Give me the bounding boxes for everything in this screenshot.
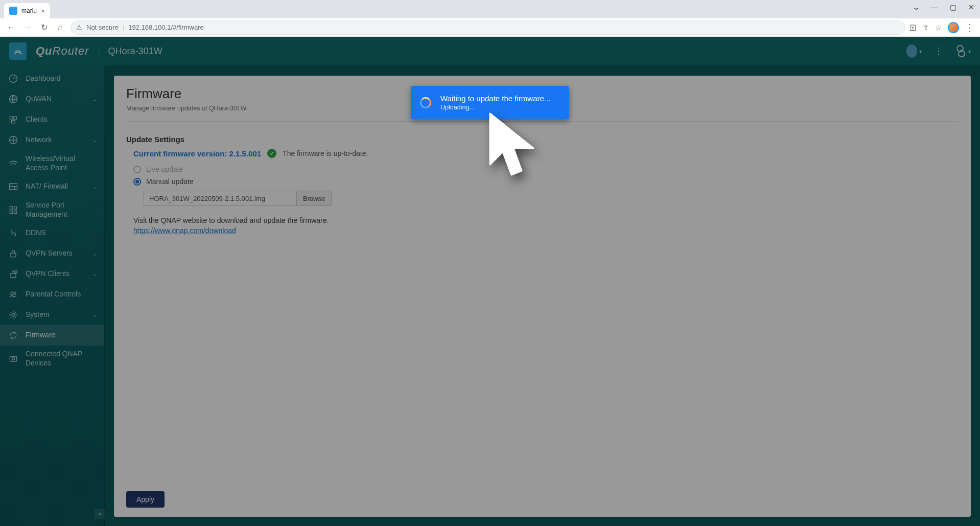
nav-reload-button[interactable]: ↻ (38, 21, 50, 34)
security-text: Not secure (86, 24, 119, 31)
spinner-icon (420, 97, 431, 108)
window-maximize-button[interactable]: ▢ (948, 3, 958, 11)
security-warning-icon: ⚠ (76, 24, 82, 31)
browser-tabstrip: mariu × ⌄ — ▢ ✕ (0, 0, 980, 18)
tabs-dropdown-icon[interactable]: ⌄ (909, 3, 922, 11)
browser-toolbar: ← → ↻ ⌂ ⚠ Not secure | 192.168.100.1/#/f… (0, 18, 980, 37)
tab-title: mariu (21, 7, 37, 14)
address-bar[interactable]: ⚠ Not secure | 192.168.100.1/#/firmware (71, 20, 905, 35)
toast-title: Waiting to update the firmware... (440, 94, 550, 103)
toast-subtitle: Uploading... (440, 104, 550, 111)
bookmark-star-icon[interactable]: ☆ (935, 24, 942, 32)
window-controls: ⌄ — ▢ ✕ (912, 3, 976, 11)
window-minimize-button[interactable]: — (930, 3, 939, 11)
password-key-icon[interactable]: ⚿ (909, 24, 917, 32)
profile-avatar[interactable] (948, 22, 959, 33)
page-url: 192.168.100.1/#/firmware (128, 24, 203, 31)
favicon-icon (9, 7, 17, 15)
nav-home-button[interactable]: ⌂ (54, 21, 66, 34)
tab-close-icon[interactable]: × (41, 7, 45, 15)
browser-tab[interactable]: mariu × (4, 3, 50, 18)
share-icon[interactable]: ⇪ (923, 24, 929, 32)
window-close-button[interactable]: ✕ (967, 3, 976, 11)
nav-forward-button[interactable]: → (21, 21, 34, 34)
update-toast: Waiting to update the firmware... Upload… (411, 86, 569, 119)
nav-back-button[interactable]: ← (5, 21, 17, 34)
browser-menu-button[interactable]: ⋮ (965, 22, 975, 33)
